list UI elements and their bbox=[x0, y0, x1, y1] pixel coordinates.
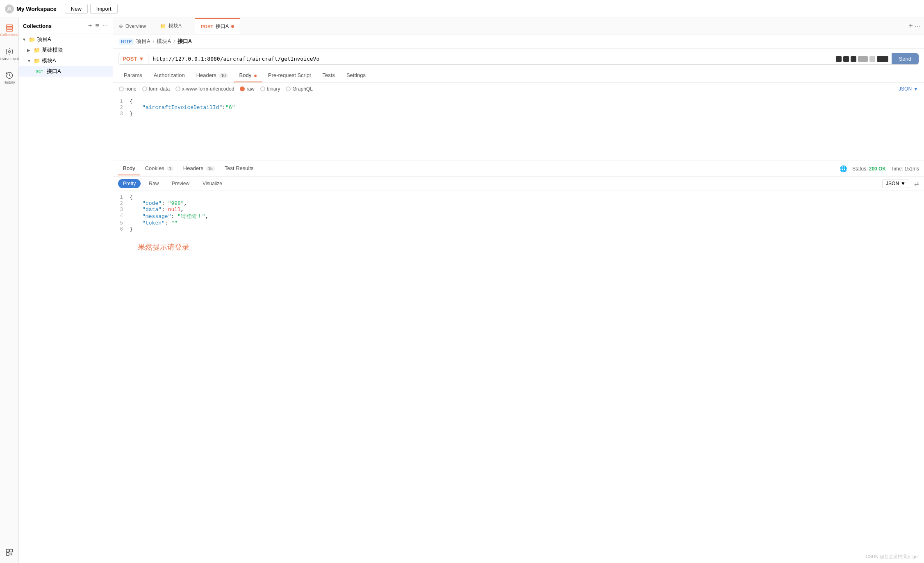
urlencoded-label: x-www-form-urlencoded bbox=[182, 86, 234, 92]
body-type-binary[interactable]: binary bbox=[260, 86, 280, 92]
sidebar-item-collections[interactable]: Collections bbox=[1, 21, 18, 39]
import-button[interactable]: Import bbox=[90, 4, 118, 14]
format-icon[interactable]: ⇄ bbox=[914, 180, 919, 187]
breadcrumb-sep-1: / bbox=[153, 39, 155, 45]
pretty-button[interactable]: Pretty bbox=[118, 179, 141, 188]
tree-item-project-a[interactable]: ▼ 📁 项目A bbox=[19, 34, 113, 45]
breadcrumb-project[interactable]: 项目A bbox=[136, 38, 150, 45]
url-block-2 bbox=[843, 56, 849, 62]
req-tab-pre-request[interactable]: Pre-request Script bbox=[262, 69, 317, 82]
req-tab-authorization[interactable]: Authorization bbox=[148, 69, 191, 82]
tab-overview[interactable]: ⊕ Overview bbox=[113, 18, 154, 34]
line-content-2: "aircraftInvoiceDetailId":"6" bbox=[130, 104, 924, 111]
sidebar-item-environments[interactable]: Environments bbox=[1, 45, 18, 63]
svg-rect-2 bbox=[6, 27, 12, 29]
raw-button[interactable]: Raw bbox=[144, 179, 164, 188]
folder-tab-icon: 📁 bbox=[160, 23, 166, 29]
globe-icon[interactable]: 🌐 bbox=[840, 165, 847, 173]
sidebar-item-history[interactable]: History bbox=[1, 69, 18, 87]
method-select[interactable]: POST ▼ bbox=[118, 53, 148, 64]
panel-actions: + ≡ ··· bbox=[87, 21, 109, 30]
req-tab-settings[interactable]: Settings bbox=[341, 69, 371, 82]
resp-body-label: Body bbox=[123, 165, 135, 171]
collections-icon bbox=[5, 24, 14, 32]
json-format-selector[interactable]: JSON ▼ bbox=[899, 86, 918, 92]
pre-request-tab-label: Pre-request Script bbox=[268, 72, 311, 78]
add-collection-button[interactable]: + bbox=[87, 21, 93, 30]
resp-code-line-2: 2 "code": "998", bbox=[113, 200, 924, 207]
url-block-1 bbox=[836, 56, 842, 62]
breadcrumb: HTTP 项目A / 模块A / 接口A bbox=[113, 34, 924, 49]
resp-line-content-1: { bbox=[130, 194, 924, 200]
body-type-none[interactable]: none bbox=[119, 86, 137, 92]
panel-title: Collections bbox=[23, 23, 52, 29]
request-area: HTTP 项目A / 模块A / 接口A POST ▼ bbox=[113, 34, 924, 563]
more-tabs-button[interactable]: ··· bbox=[915, 22, 921, 30]
svg-point-4 bbox=[8, 51, 10, 53]
tab-overview-label: Overview bbox=[125, 23, 146, 29]
response-format-selector[interactable]: JSON ▼ bbox=[882, 179, 909, 188]
resp-tab-test-results[interactable]: Test Results bbox=[220, 162, 259, 175]
resp-tab-body[interactable]: Body bbox=[118, 162, 140, 175]
resp-tab-headers[interactable]: Headers 15 bbox=[178, 162, 220, 175]
collections-label: Collections bbox=[0, 33, 18, 37]
tab-post-method: POST bbox=[201, 24, 213, 29]
svg-rect-6 bbox=[9, 549, 12, 552]
body-type-graphql[interactable]: GraphQL bbox=[286, 86, 312, 92]
folder-icon: 📁 bbox=[34, 47, 40, 53]
tab-post-api-a[interactable]: POST 接口A bbox=[195, 18, 240, 34]
body-type-form-data[interactable]: form-data bbox=[142, 86, 170, 92]
body-type-urlencoded[interactable]: x-www-form-urlencoded bbox=[175, 86, 234, 92]
filter-button[interactable]: ≡ bbox=[94, 21, 100, 30]
raw-label: raw bbox=[246, 86, 254, 92]
url-block-6 bbox=[877, 56, 888, 62]
response-toolbar: Pretty Raw Preview Visualize JSON ▼ ⇄ bbox=[113, 177, 924, 191]
environments-label: Environments bbox=[0, 57, 20, 61]
line-num-3: 3 bbox=[113, 111, 130, 117]
sidebar-item-addons[interactable] bbox=[1, 546, 18, 559]
radio-binary bbox=[260, 86, 265, 91]
visualize-button[interactable]: Visualize bbox=[198, 179, 227, 188]
code-line-3: 3 } bbox=[113, 111, 924, 117]
url-block-5 bbox=[869, 56, 875, 62]
req-tab-params[interactable]: Params bbox=[118, 69, 148, 82]
req-tab-tests[interactable]: Tests bbox=[317, 69, 341, 82]
tree-item-basic-module[interactable]: ▶ 📁 基础模块 bbox=[19, 45, 113, 55]
tabs-bar: ⊕ Overview 📁 模块A POST 接口A + ··· bbox=[113, 18, 924, 34]
request-body-editor[interactable]: 1 { 2 "aircraftInvoiceDetailId":"6" 3 } bbox=[113, 95, 924, 161]
add-tab-button[interactable]: + bbox=[908, 22, 913, 30]
workspace-title: My Workspace bbox=[16, 6, 57, 12]
tree-item-api-a[interactable]: GET 接口A bbox=[19, 66, 113, 77]
req-tab-headers[interactable]: Headers 10 bbox=[191, 69, 234, 82]
line-num-2: 2 bbox=[113, 104, 130, 111]
resp-tab-cookies[interactable]: Cookies 1 bbox=[140, 162, 178, 175]
binary-label: binary bbox=[267, 86, 280, 92]
sidebar: Collections Environments History bbox=[0, 18, 19, 563]
status-value: 200 OK bbox=[869, 166, 886, 172]
collections-panel-header: Collections + ≡ ··· bbox=[19, 18, 113, 34]
url-input[interactable] bbox=[148, 53, 832, 64]
breadcrumb-api: 接口A bbox=[178, 38, 192, 45]
new-button[interactable]: New bbox=[65, 4, 88, 14]
settings-tab-label: Settings bbox=[346, 72, 366, 78]
resp-line-num-4: 4 bbox=[113, 213, 130, 220]
headers-tab-label: Headers bbox=[196, 72, 216, 78]
authorization-tab-label: Authorization bbox=[154, 72, 185, 78]
req-tab-body[interactable]: Body bbox=[234, 69, 262, 82]
resp-code-line-4: 4 "message": "请登陆！", bbox=[113, 213, 924, 220]
send-button[interactable]: Send bbox=[892, 53, 919, 64]
url-block-3 bbox=[851, 56, 856, 62]
svg-rect-5 bbox=[6, 549, 9, 552]
method-chevron-icon: ▼ bbox=[139, 56, 144, 62]
breadcrumb-module[interactable]: 模块A bbox=[157, 38, 171, 45]
tree-item-module-a[interactable]: ▼ 📁 模块A ··· bbox=[19, 55, 113, 66]
headers-badge: 10 bbox=[219, 73, 228, 78]
tab-module-a[interactable]: 📁 模块A bbox=[154, 18, 195, 34]
url-block-4 bbox=[858, 56, 868, 62]
resp-line-num-3: 3 bbox=[113, 207, 130, 213]
preview-button[interactable]: Preview bbox=[167, 179, 194, 188]
more-options-button[interactable]: ··· bbox=[102, 21, 109, 30]
body-dot bbox=[254, 75, 257, 77]
body-type-raw[interactable]: raw bbox=[240, 86, 254, 92]
module-a-label: 模块A bbox=[42, 57, 56, 64]
